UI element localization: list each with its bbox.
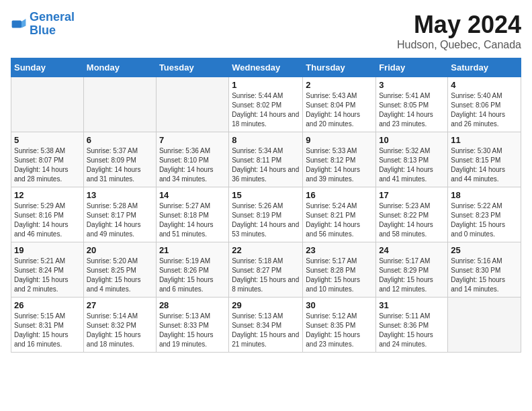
day-info: Sunrise: 5:26 AM Sunset: 8:19 PM Dayligh… — [232, 201, 300, 239]
day-info: Sunrise: 5:18 AM Sunset: 8:27 PM Dayligh… — [232, 257, 300, 294]
calendar-cell: 14Sunrise: 5:27 AM Sunset: 8:18 PM Dayli… — [156, 187, 228, 242]
day-header-wednesday: Wednesday — [229, 58, 303, 77]
day-number: 7 — [159, 135, 226, 145]
day-header-monday: Monday — [83, 58, 156, 77]
day-number: 9 — [306, 135, 373, 145]
calendar-cell: 3Sunrise: 5:41 AM Sunset: 8:05 PM Daylig… — [376, 77, 448, 132]
calendar-cell: 15Sunrise: 5:26 AM Sunset: 8:19 PM Dayli… — [229, 187, 303, 242]
day-info: Sunrise: 5:29 AM Sunset: 8:16 PM Dayligh… — [14, 201, 81, 239]
day-info: Sunrise: 5:33 AM Sunset: 8:12 PM Dayligh… — [306, 146, 373, 184]
calendar-table: SundayMondayTuesdayWednesdayThursdayFrid… — [11, 58, 521, 353]
day-number: 14 — [159, 190, 226, 200]
logo-text: General Blue — [30, 11, 75, 38]
calendar-cell: 31Sunrise: 5:11 AM Sunset: 8:36 PM Dayli… — [376, 298, 448, 353]
calendar-cell: 22Sunrise: 5:18 AM Sunset: 8:27 PM Dayli… — [229, 242, 303, 298]
day-info: Sunrise: 5:43 AM Sunset: 8:04 PM Dayligh… — [306, 91, 373, 129]
calendar-title: May 2024 — [397, 11, 521, 39]
day-number: 28 — [159, 300, 226, 310]
title-area: May 2024 Hudson, Quebec, Canada — [397, 11, 521, 51]
day-header-sunday: Sunday — [11, 58, 84, 77]
day-info: Sunrise: 5:17 AM Sunset: 8:29 PM Dayligh… — [379, 257, 445, 294]
calendar-cell: 19Sunrise: 5:21 AM Sunset: 8:24 PM Dayli… — [11, 242, 84, 298]
calendar-cell: 1Sunrise: 5:44 AM Sunset: 8:02 PM Daylig… — [229, 77, 303, 132]
day-info: Sunrise: 5:17 AM Sunset: 8:28 PM Dayligh… — [306, 257, 373, 294]
day-info: Sunrise: 5:34 AM Sunset: 8:11 PM Dayligh… — [232, 146, 300, 184]
day-info: Sunrise: 5:22 AM Sunset: 8:23 PM Dayligh… — [451, 201, 518, 239]
calendar-cell: 10Sunrise: 5:32 AM Sunset: 8:13 PM Dayli… — [376, 132, 448, 187]
calendar-cell: 18Sunrise: 5:22 AM Sunset: 8:23 PM Dayli… — [448, 187, 521, 242]
calendar-cell: 26Sunrise: 5:15 AM Sunset: 8:31 PM Dayli… — [11, 298, 84, 353]
day-info: Sunrise: 5:37 AM Sunset: 8:09 PM Dayligh… — [87, 146, 153, 184]
calendar-cell: 5Sunrise: 5:38 AM Sunset: 8:07 PM Daylig… — [11, 132, 84, 187]
calendar-cell: 27Sunrise: 5:14 AM Sunset: 8:32 PM Dayli… — [83, 298, 156, 353]
day-number: 31 — [379, 300, 445, 310]
day-header-tuesday: Tuesday — [156, 58, 228, 77]
day-number: 4 — [451, 80, 518, 90]
logo-icon — [11, 16, 27, 32]
calendar-cell: 23Sunrise: 5:17 AM Sunset: 8:28 PM Dayli… — [303, 242, 376, 298]
day-number: 16 — [306, 190, 373, 200]
day-info: Sunrise: 5:44 AM Sunset: 8:02 PM Dayligh… — [232, 91, 300, 129]
day-number: 29 — [232, 300, 300, 310]
svg-rect-0 — [12, 20, 21, 28]
calendar-cell: 28Sunrise: 5:13 AM Sunset: 8:33 PM Dayli… — [156, 298, 228, 353]
calendar-cell: 9Sunrise: 5:33 AM Sunset: 8:12 PM Daylig… — [303, 132, 376, 187]
day-info: Sunrise: 5:36 AM Sunset: 8:10 PM Dayligh… — [159, 146, 226, 184]
day-header-saturday: Saturday — [448, 58, 521, 77]
day-info: Sunrise: 5:16 AM Sunset: 8:30 PM Dayligh… — [451, 257, 518, 294]
day-info: Sunrise: 5:19 AM Sunset: 8:26 PM Dayligh… — [159, 257, 226, 294]
day-number: 8 — [232, 135, 300, 145]
day-info: Sunrise: 5:21 AM Sunset: 8:24 PM Dayligh… — [14, 257, 81, 294]
app-logo: General Blue — [11, 11, 75, 38]
day-info: Sunrise: 5:38 AM Sunset: 8:07 PM Dayligh… — [14, 146, 81, 184]
day-info: Sunrise: 5:40 AM Sunset: 8:06 PM Dayligh… — [451, 91, 518, 129]
calendar-cell: 7Sunrise: 5:36 AM Sunset: 8:10 PM Daylig… — [156, 132, 228, 187]
day-info: Sunrise: 5:20 AM Sunset: 8:25 PM Dayligh… — [87, 257, 153, 294]
calendar-cell: 8Sunrise: 5:34 AM Sunset: 8:11 PM Daylig… — [229, 132, 303, 187]
day-number: 23 — [306, 245, 373, 255]
day-number: 10 — [379, 135, 445, 145]
calendar-cell: 16Sunrise: 5:24 AM Sunset: 8:21 PM Dayli… — [303, 187, 376, 242]
day-info: Sunrise: 5:14 AM Sunset: 8:32 PM Dayligh… — [87, 312, 153, 349]
day-header-thursday: Thursday — [303, 58, 376, 77]
day-number: 24 — [379, 245, 445, 255]
day-number: 13 — [87, 190, 153, 200]
day-number: 22 — [232, 245, 300, 255]
calendar-cell: 30Sunrise: 5:12 AM Sunset: 8:35 PM Dayli… — [303, 298, 376, 353]
calendar-cell: 13Sunrise: 5:28 AM Sunset: 8:17 PM Dayli… — [83, 187, 156, 242]
calendar-cell: 6Sunrise: 5:37 AM Sunset: 8:09 PM Daylig… — [83, 132, 156, 187]
day-number: 12 — [14, 190, 81, 200]
page-header: General Blue May 2024 Hudson, Quebec, Ca… — [11, 11, 521, 51]
day-number: 5 — [14, 135, 81, 145]
day-info: Sunrise: 5:13 AM Sunset: 8:34 PM Dayligh… — [232, 312, 300, 349]
day-info: Sunrise: 5:27 AM Sunset: 8:18 PM Dayligh… — [159, 201, 226, 239]
calendar-cell — [156, 77, 228, 132]
day-number: 1 — [232, 80, 300, 90]
day-info: Sunrise: 5:13 AM Sunset: 8:33 PM Dayligh… — [159, 312, 226, 349]
calendar-cell — [11, 77, 84, 132]
calendar-cell: 24Sunrise: 5:17 AM Sunset: 8:29 PM Dayli… — [376, 242, 448, 298]
svg-marker-1 — [21, 19, 26, 28]
day-info: Sunrise: 5:23 AM Sunset: 8:22 PM Dayligh… — [379, 201, 445, 239]
day-header-friday: Friday — [376, 58, 448, 77]
day-info: Sunrise: 5:32 AM Sunset: 8:13 PM Dayligh… — [379, 146, 445, 184]
day-number: 3 — [379, 80, 445, 90]
day-number: 21 — [159, 245, 226, 255]
calendar-cell — [83, 77, 156, 132]
day-number: 6 — [87, 135, 153, 145]
calendar-cell: 4Sunrise: 5:40 AM Sunset: 8:06 PM Daylig… — [448, 77, 521, 132]
calendar-cell: 29Sunrise: 5:13 AM Sunset: 8:34 PM Dayli… — [229, 298, 303, 353]
day-number: 2 — [306, 80, 373, 90]
day-info: Sunrise: 5:30 AM Sunset: 8:15 PM Dayligh… — [451, 146, 518, 184]
calendar-cell: 25Sunrise: 5:16 AM Sunset: 8:30 PM Dayli… — [448, 242, 521, 298]
day-number: 11 — [451, 135, 518, 145]
calendar-cell — [448, 298, 521, 353]
calendar-cell: 2Sunrise: 5:43 AM Sunset: 8:04 PM Daylig… — [303, 77, 376, 132]
day-number: 30 — [306, 300, 373, 310]
day-number: 26 — [14, 300, 81, 310]
day-info: Sunrise: 5:41 AM Sunset: 8:05 PM Dayligh… — [379, 91, 445, 129]
day-info: Sunrise: 5:12 AM Sunset: 8:35 PM Dayligh… — [306, 312, 373, 349]
calendar-cell: 11Sunrise: 5:30 AM Sunset: 8:15 PM Dayli… — [448, 132, 521, 187]
calendar-cell: 20Sunrise: 5:20 AM Sunset: 8:25 PM Dayli… — [83, 242, 156, 298]
day-info: Sunrise: 5:15 AM Sunset: 8:31 PM Dayligh… — [14, 312, 81, 349]
